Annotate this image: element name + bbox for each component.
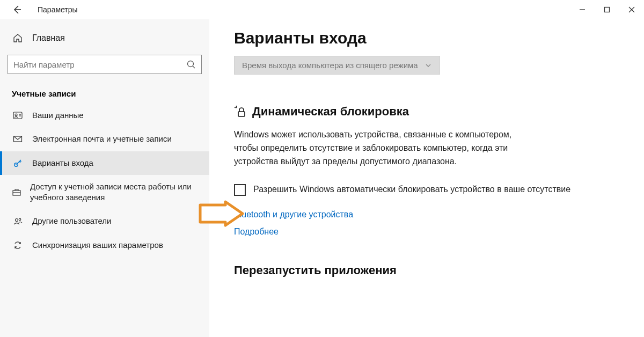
maximize-icon (604, 6, 610, 13)
svg-point-4 (188, 61, 194, 67)
sidebar-item-label: Электронная почта и учетные записи (32, 134, 180, 144)
content-pane: Варианты входа Время выхода компьютера и… (209, 19, 644, 337)
home-icon (12, 33, 24, 43)
svg-point-7 (15, 114, 17, 116)
window-title: Параметры (38, 5, 78, 14)
sidebar-home-label: Главная (32, 33, 65, 43)
maximize-button[interactable] (595, 0, 619, 19)
sidebar-item-email[interactable]: Электронная почта и учетные записи (0, 127, 209, 151)
search-input[interactable] (13, 60, 186, 69)
dynamic-lock-checkbox-row: Разрешить Windows автоматически блокиров… (234, 183, 588, 196)
svg-point-12 (16, 164, 17, 165)
search-icon (186, 60, 196, 69)
svg-rect-1 (605, 8, 610, 12)
titlebar: Параметры (0, 0, 644, 19)
briefcase-icon (12, 187, 21, 197)
sidebar: Главная Учетные записи Ваши данные (0, 19, 209, 337)
window-controls (570, 0, 644, 19)
sidebar-home[interactable]: Главная (0, 29, 209, 47)
svg-point-15 (16, 219, 18, 222)
sidebar-item-label: Синхронизация ваших параметров (32, 240, 172, 251)
link-bluetooth-devices[interactable]: Bluetooth и другие устройства (234, 210, 623, 219)
minimize-icon (579, 6, 586, 13)
dynamic-lock-icon (234, 105, 247, 118)
sidebar-item-label: Ваши данные (32, 110, 92, 121)
sidebar-item-signin-options[interactable]: Варианты входа (0, 151, 209, 175)
mail-icon (12, 134, 24, 144)
sidebar-item-sync[interactable]: Синхронизация ваших параметров (0, 233, 209, 257)
sleep-timeout-dropdown[interactable]: Время выхода компьютера из спящего режим… (234, 56, 440, 75)
close-button[interactable] (619, 0, 644, 19)
svg-rect-17 (238, 112, 245, 116)
dynamic-lock-heading: Динамическая блокировка (234, 105, 623, 119)
back-button[interactable] (10, 2, 25, 17)
sidebar-item-work-school[interactable]: Доступ к учетной записи места работы или… (0, 175, 209, 210)
dynamic-lock-title: Динамическая блокировка (252, 105, 409, 119)
sidebar-item-your-info[interactable]: Ваши данные (0, 104, 209, 127)
dynamic-lock-description: Windows может использовать устройства, с… (234, 128, 535, 168)
restart-apps-heading: Перезапустить приложения (234, 263, 623, 277)
users-icon (12, 216, 24, 226)
arrow-left-icon (12, 4, 23, 15)
dropdown-label: Время выхода компьютера из спящего режим… (242, 61, 418, 70)
dynamic-lock-checkbox[interactable] (234, 184, 246, 196)
sidebar-item-label: Варианты входа (32, 158, 102, 169)
search-box[interactable] (8, 55, 202, 74)
person-card-icon (12, 111, 24, 120)
sidebar-item-label: Доступ к учетной записи места работы или… (30, 181, 209, 203)
chevron-down-icon (425, 62, 432, 69)
svg-point-16 (19, 219, 21, 221)
sidebar-category: Учетные записи (12, 89, 209, 98)
svg-line-5 (193, 66, 195, 68)
dynamic-lock-checkbox-label: Разрешить Windows автоматически блокиров… (253, 183, 570, 196)
page-title: Варианты входа (234, 29, 623, 47)
sidebar-item-label: Другие пользователи (32, 216, 120, 226)
close-icon (628, 6, 635, 13)
link-learn-more[interactable]: Подробнее (234, 227, 623, 237)
sync-icon (12, 240, 24, 250)
sidebar-item-other-users[interactable]: Другие пользователи (0, 209, 209, 233)
key-icon (12, 158, 24, 168)
minimize-button[interactable] (570, 0, 595, 19)
